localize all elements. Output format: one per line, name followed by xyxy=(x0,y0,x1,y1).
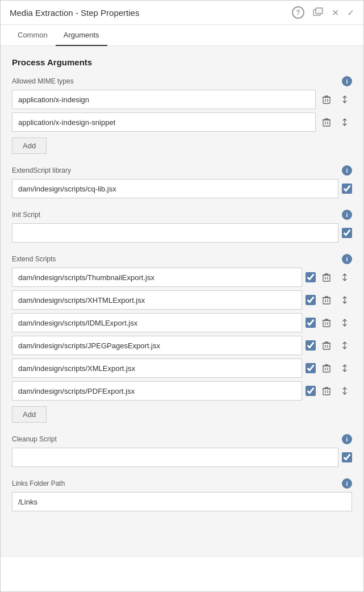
mime-entry-1 xyxy=(12,112,352,132)
extend-scripts-label-row: Extend Scripts i xyxy=(12,254,352,264)
mime-delete-0[interactable] xyxy=(319,93,334,106)
allowed-mime-label: Allowed MIME types xyxy=(12,77,74,85)
mime-sort-0[interactable] xyxy=(337,93,352,106)
links-folder-label-row: Links Folder Path i xyxy=(12,478,352,489)
extend-script-delete-4[interactable] xyxy=(319,361,334,375)
title-bar-icons: ? ✕ ✓ xyxy=(292,6,354,19)
extend-script-checkbox-0[interactable] xyxy=(306,272,316,282)
extend-script-checkbox-4[interactable] xyxy=(306,363,316,373)
init-script-label: Init Script xyxy=(12,211,40,219)
title-bar: Media Extraction - Step Properties ? ✕ ✓ xyxy=(1,1,363,25)
svg-rect-2 xyxy=(323,97,330,103)
tab-arguments[interactable]: Arguments xyxy=(56,25,107,46)
extend-script-input-0[interactable] xyxy=(12,268,302,287)
tab-common[interactable]: Common xyxy=(10,25,56,46)
extend-script-entry-3 xyxy=(12,336,352,355)
init-script-row xyxy=(12,223,352,243)
svg-rect-1 xyxy=(316,8,323,14)
extend-script-input-4[interactable] xyxy=(12,358,302,378)
extend-script-sort-3[interactable] xyxy=(337,339,352,352)
tabs: Common Arguments xyxy=(1,25,363,46)
extend-script-delete-3[interactable] xyxy=(319,339,334,352)
links-folder-row xyxy=(12,492,352,511)
section-title: Process Arguments xyxy=(12,57,352,67)
svg-rect-5 xyxy=(323,298,330,304)
mime-delete-1[interactable] xyxy=(319,115,334,129)
extend-scripts-info-icon[interactable]: i xyxy=(342,254,352,264)
extend-script-entry-5 xyxy=(12,381,352,401)
init-script-input[interactable] xyxy=(12,223,338,243)
extend-script-checkbox-3[interactable] xyxy=(306,340,316,351)
cleanup-script-row xyxy=(12,448,352,467)
mime-add-button[interactable]: Add xyxy=(12,137,47,154)
extend-script-input-1[interactable] xyxy=(12,290,302,310)
extend-script-checkbox-2[interactable] xyxy=(306,318,316,328)
cleanup-script-info-icon[interactable]: i xyxy=(342,434,352,444)
extend-script-sort-2[interactable] xyxy=(337,316,352,330)
extend-script-delete-0[interactable] xyxy=(319,270,334,284)
extend-scripts-label: Extend Scripts xyxy=(12,255,56,263)
svg-rect-7 xyxy=(323,343,330,349)
svg-rect-9 xyxy=(323,389,330,395)
extend-script-entry-2 xyxy=(12,313,352,332)
allowed-mime-label-row: Allowed MIME types i xyxy=(12,76,352,86)
help-icon[interactable]: ? xyxy=(292,6,304,19)
extendscript-library-label-row: ExtendScript library i xyxy=(12,165,352,176)
links-folder-info-icon[interactable]: i xyxy=(342,478,352,489)
init-script-info-icon[interactable]: i xyxy=(342,210,352,220)
window-icon[interactable] xyxy=(312,7,324,18)
cleanup-script-input[interactable] xyxy=(12,448,338,467)
extend-script-input-5[interactable] xyxy=(12,381,302,401)
extendscript-library-input[interactable] xyxy=(12,179,338,198)
links-folder-input[interactable] xyxy=(12,492,352,511)
extend-script-entry-0 xyxy=(12,268,352,287)
extendscript-library-label: ExtendScript library xyxy=(12,166,71,174)
mime-sort-1[interactable] xyxy=(337,115,352,129)
links-folder-path-group: Links Folder Path i xyxy=(12,478,352,511)
mime-input-0[interactable] xyxy=(12,90,316,109)
extend-script-sort-0[interactable] xyxy=(337,270,352,284)
extend-script-sort-4[interactable] xyxy=(337,361,352,375)
extendscript-library-checkbox[interactable] xyxy=(342,184,352,194)
close-icon[interactable]: ✕ xyxy=(332,7,339,18)
extend-script-entry-1 xyxy=(12,290,352,310)
extend-script-delete-1[interactable] xyxy=(319,293,334,307)
extendscript-library-info-icon[interactable]: i xyxy=(342,165,352,176)
extend-script-sort-5[interactable] xyxy=(337,384,352,398)
cleanup-script-label-row: Cleanup Script i xyxy=(12,434,352,444)
links-folder-label: Links Folder Path xyxy=(12,480,65,487)
extend-script-delete-5[interactable] xyxy=(319,384,334,398)
cleanup-script-label: Cleanup Script xyxy=(12,435,57,443)
extend-script-input-3[interactable] xyxy=(12,336,302,355)
extendscript-library-row xyxy=(12,179,352,198)
extendscript-library-group: ExtendScript library i xyxy=(12,165,352,198)
svg-rect-6 xyxy=(323,320,330,327)
mime-entry-0 xyxy=(12,90,352,109)
extend-script-checkbox-1[interactable] xyxy=(306,295,316,305)
extend-script-input-2[interactable] xyxy=(12,313,302,332)
mime-input-1[interactable] xyxy=(12,112,316,132)
init-script-label-row: Init Script i xyxy=(12,210,352,220)
window-title: Media Extraction - Step Properties xyxy=(10,8,139,18)
allowed-mime-info-icon[interactable]: i xyxy=(342,76,352,86)
svg-rect-3 xyxy=(323,120,330,126)
cleanup-script-group: Cleanup Script i xyxy=(12,434,352,467)
extend-script-entry-4 xyxy=(12,358,352,378)
content-area: Process Arguments Allowed MIME types i xyxy=(1,46,363,557)
init-script-checkbox[interactable] xyxy=(342,228,352,238)
allowed-mime-types-group: Allowed MIME types i xyxy=(12,76,352,154)
extend-scripts-group: Extend Scripts i xyxy=(12,254,352,423)
confirm-icon[interactable]: ✓ xyxy=(347,7,354,18)
cleanup-script-checkbox[interactable] xyxy=(342,452,352,462)
extend-script-sort-1[interactable] xyxy=(337,293,352,307)
window: Media Extraction - Step Properties ? ✕ ✓… xyxy=(0,0,364,592)
extend-script-delete-2[interactable] xyxy=(319,316,334,330)
extend-script-checkbox-5[interactable] xyxy=(306,386,316,396)
init-script-group: Init Script i xyxy=(12,210,352,243)
svg-rect-4 xyxy=(323,275,330,281)
extend-scripts-add-button[interactable]: Add xyxy=(12,406,47,423)
svg-rect-8 xyxy=(323,366,330,372)
